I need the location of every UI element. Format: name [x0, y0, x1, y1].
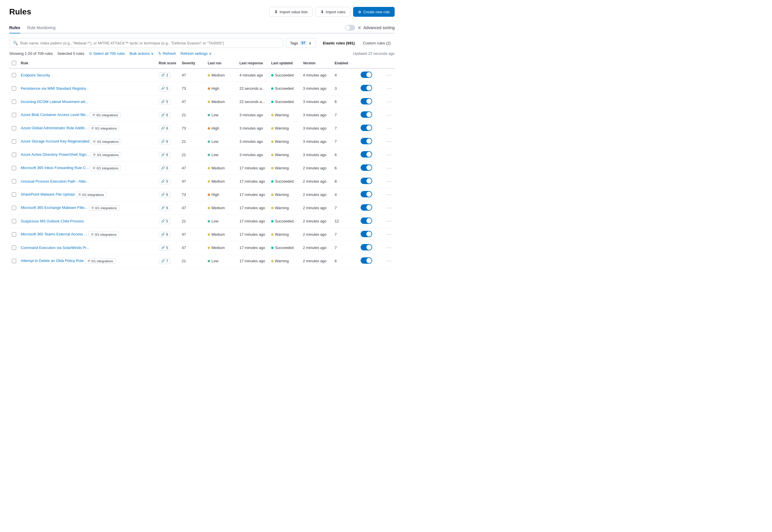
rule-link[interactable]: Suspicious MS Outlook Child Process — [21, 219, 84, 223]
refresh-button[interactable]: ↻ Refresh — [158, 51, 176, 56]
rule-link[interactable]: Microsoft 365 Teams External Access ... — [21, 232, 87, 236]
rule-link[interactable]: Endpoint Security — [21, 73, 50, 77]
tags-cell: 🔗 6 — [156, 148, 179, 162]
row-checkbox[interactable] — [12, 192, 16, 197]
table-row: Microsoft 365 Teams External Access ... … — [9, 228, 395, 241]
enabled-toggle[interactable] — [361, 218, 372, 224]
row-checkbox[interactable] — [12, 139, 16, 144]
row-checkbox[interactable] — [12, 86, 16, 91]
rule-link[interactable]: Attempt to Delete an Okta Policy Rule — [21, 258, 84, 263]
rule-link[interactable]: Azure Global Administrator Role Additi..… — [21, 126, 87, 130]
more-actions-icon[interactable]: ··· — [387, 139, 392, 144]
enabled-toggle[interactable] — [361, 125, 372, 131]
row-checkbox[interactable] — [12, 206, 16, 210]
header-rule: Rule — [18, 58, 156, 68]
tags-button[interactable]: Tags 57 ∨ — [286, 38, 316, 48]
more-actions-icon[interactable]: ··· — [387, 219, 392, 224]
row-checkbox[interactable] — [12, 73, 16, 77]
tags-cell: 🔗 2 — [156, 68, 179, 82]
more-actions-icon[interactable]: ··· — [387, 258, 392, 263]
more-actions-icon[interactable]: ··· — [387, 205, 392, 210]
enabled-toggle[interactable] — [361, 178, 372, 184]
more-actions-icon[interactable]: ··· — [387, 126, 392, 131]
search-box[interactable]: 🔍 — [9, 38, 283, 48]
actions-cell: ··· — [384, 95, 395, 108]
more-actions-icon[interactable]: ··· — [387, 152, 392, 157]
refresh-settings-button[interactable]: Refresh settings ∨ — [181, 51, 212, 56]
enabled-toggle[interactable] — [361, 111, 372, 118]
version-cell: 6 — [332, 254, 358, 268]
enabled-toggle[interactable] — [361, 257, 372, 264]
rule-link[interactable]: Command Execution via SolarWinds Pr... — [21, 246, 89, 250]
select-all-checkbox[interactable] — [12, 61, 16, 65]
more-actions-icon[interactable]: ··· — [387, 99, 392, 104]
custom-rules-button[interactable]: Custom rules (2) — [359, 39, 395, 48]
enabled-toggle[interactable] — [361, 244, 372, 250]
row-checkbox[interactable] — [12, 259, 16, 263]
enabled-toggle[interactable] — [361, 151, 372, 158]
row-checkbox[interactable] — [12, 153, 16, 157]
enabled-toggle[interactable] — [361, 164, 372, 171]
rule-link[interactable]: Incoming DCOM Lateral Movement wit... — [21, 100, 88, 104]
more-actions-icon[interactable]: ··· — [387, 113, 392, 117]
rule-link[interactable]: Persistence via WMI Standard Registry... — [21, 86, 89, 91]
enabled-toggle[interactable] — [361, 191, 372, 197]
import-value-lists-button[interactable]: ⬇ Import value lists — [269, 7, 313, 17]
enabled-toggle[interactable] — [361, 231, 372, 237]
rule-link[interactable]: Azure Active Directory PowerShell Sign..… — [21, 152, 89, 157]
rule-link[interactable]: SharePoint Malware File Upload — [21, 192, 74, 196]
enabled-cell — [358, 228, 384, 241]
tab-rules[interactable]: Rules — [9, 23, 20, 33]
row-checkbox[interactable] — [12, 232, 16, 237]
enabled-toggle[interactable] — [361, 98, 372, 104]
select-all-link[interactable]: ⊙ Select all 709 rules — [89, 51, 125, 56]
search-input[interactable] — [20, 41, 279, 45]
row-checkbox[interactable] — [12, 113, 16, 117]
more-actions-icon[interactable]: ··· — [387, 232, 392, 237]
severity-dot — [208, 127, 210, 130]
toggle-knob — [366, 72, 372, 77]
enabled-toggle[interactable] — [361, 85, 372, 91]
last-updated-cell: 2 minutes ago — [301, 175, 332, 188]
tab-rule-monitoring[interactable]: Rule Monitoring — [27, 23, 55, 33]
more-actions-icon[interactable]: ··· — [387, 73, 392, 78]
toolbar: Showing 1-20 of 709 rules Selected 0 rul… — [9, 51, 395, 56]
row-checkbox[interactable] — [12, 246, 16, 250]
row-checkbox[interactable] — [12, 179, 16, 183]
version-cell: 4 — [332, 188, 358, 201]
enabled-cell — [358, 82, 384, 95]
tags-badge: 🔗 7 — [159, 258, 170, 264]
rule-link[interactable]: Microsoft 365 Inbox Forwarding Rule C... — [21, 166, 89, 170]
tags-badge: 🔗 6 — [159, 192, 170, 198]
rule-link[interactable]: Unusual Process Execution Path - Alter..… — [21, 179, 89, 183]
row-checkbox[interactable] — [12, 126, 16, 130]
close-icon[interactable]: ✕ — [357, 25, 361, 31]
bulk-actions-button[interactable]: Bulk actions ∨ — [130, 51, 154, 56]
create-new-rule-button[interactable]: ⊕ Create new rule — [353, 7, 395, 17]
paperclip-icon: 🔗 — [161, 259, 165, 263]
rule-link[interactable]: Azure Blob Container Access Level Mo... — [21, 113, 89, 117]
more-actions-icon[interactable]: ··· — [387, 179, 392, 184]
row-checkbox-cell — [9, 95, 18, 108]
enabled-toggle[interactable] — [361, 204, 372, 211]
row-checkbox[interactable] — [12, 219, 16, 223]
last-run-cell: 17 minutes ago — [237, 175, 269, 188]
advanced-sorting-toggle[interactable] — [345, 25, 355, 31]
header-last-response: Last response — [237, 58, 269, 68]
enabled-toggle[interactable] — [361, 138, 372, 144]
row-checkbox[interactable] — [12, 100, 16, 104]
risk-score-cell: 73 — [179, 122, 205, 135]
more-actions-icon[interactable]: ··· — [387, 245, 392, 250]
row-checkbox[interactable] — [12, 166, 16, 170]
import-rules-button[interactable]: ⬇ Import rules — [316, 7, 351, 17]
integration-badge: ⚙ 0/1 integrations — [90, 139, 121, 144]
rule-link[interactable]: Microsoft 365 Exchange Malware Filte... — [21, 205, 87, 210]
last-updated-cell: 2 minutes ago — [301, 215, 332, 228]
elastic-rules-button[interactable]: Elastic rules (691) — [319, 39, 359, 48]
rule-link[interactable]: Azure Storage Account Key Regenerated — [21, 139, 89, 143]
more-actions-icon[interactable]: ··· — [387, 166, 392, 171]
enabled-toggle[interactable] — [361, 72, 372, 78]
severity-dot — [208, 233, 210, 236]
more-actions-icon[interactable]: ··· — [387, 192, 392, 197]
more-actions-icon[interactable]: ··· — [387, 86, 392, 91]
